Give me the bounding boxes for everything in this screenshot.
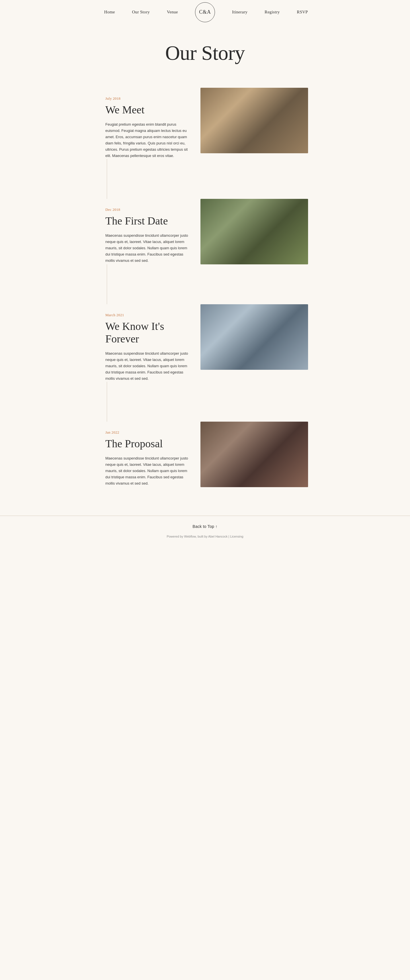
story-heading-4: The Proposal — [105, 438, 189, 450]
nav-link-rsvp[interactable]: RSVP — [297, 10, 308, 14]
story-image-3 — [200, 304, 308, 370]
story-body-3: Maecenas suspendisse tincidunt ullamcorp… — [105, 350, 189, 382]
story-text-2: Dec 2018 The First Date Maecenas suspend… — [105, 199, 189, 264]
story-text-4: Jan 2022 The Proposal Maecenas suspendis… — [105, 422, 189, 487]
story-text-1: July 2018 We Meet Feugiat pretium egesta… — [105, 88, 189, 159]
story-entry-1: July 2018 We Meet Feugiat pretium egesta… — [105, 88, 305, 159]
story-date-4: Jan 2022 — [105, 430, 189, 435]
story-entry-2: Dec 2018 The First Date Maecenas suspend… — [105, 199, 305, 264]
story-image-4 — [200, 422, 308, 487]
story-heading-1: We Meet — [105, 104, 189, 116]
story-body-2: Maecenas suspendisse tincidunt ullamcorp… — [105, 232, 189, 264]
navigation: Home Our Story Venue C&A Itinerary Regis… — [0, 0, 410, 24]
nav-link-registry[interactable]: Registry — [264, 10, 280, 14]
footer-credit: Powered by Webflow, built by Abel Hancoc… — [0, 535, 410, 546]
story-divider-1 — [105, 159, 305, 199]
nav-link-our-story[interactable]: Our Story — [132, 10, 150, 14]
story-image-2 — [200, 199, 308, 264]
story-body-4: Maecenas suspendisse tincidunt ullamcorp… — [105, 455, 189, 487]
footer: Back to Top ↑ Powered by Webflow, built … — [0, 515, 410, 546]
story-date-1: July 2018 — [105, 96, 189, 101]
nav-link-venue[interactable]: Venue — [167, 10, 178, 14]
logo[interactable]: C&A — [195, 2, 215, 22]
story-photo-2 — [200, 199, 308, 264]
back-to-top-link[interactable]: Back to Top ↑ — [192, 524, 217, 529]
story-heading-3: We Know It's Forever — [105, 320, 189, 345]
story-divider-2 — [105, 264, 305, 304]
story-text-3: March 2021 We Know It's Forever Maecenas… — [105, 304, 189, 382]
story-date-2: Dec 2018 — [105, 207, 189, 212]
story-photo-3 — [200, 304, 308, 370]
nav-left: Home Our Story Venue — [17, 10, 195, 14]
story-entry-4: Jan 2022 The Proposal Maecenas suspendis… — [105, 422, 305, 487]
logo-text: C&A — [199, 9, 211, 15]
story-heading-2: The First Date — [105, 215, 189, 228]
nav-link-home[interactable]: Home — [104, 10, 115, 14]
story-photo-1 — [200, 88, 308, 153]
story-date-3: March 2021 — [105, 313, 189, 317]
story-container: July 2018 We Meet Feugiat pretium egesta… — [94, 88, 316, 487]
page-title-section: Our Story — [0, 24, 410, 88]
back-to-top-section: Back to Top ↑ — [0, 516, 410, 535]
nav-right: Itinerary Registry RSVP — [215, 10, 393, 14]
page-title: Our Story — [0, 41, 410, 65]
story-body-1: Feugiat pretium egestas enim blandit pur… — [105, 121, 189, 159]
story-photo-4 — [200, 422, 308, 487]
story-entry-3: March 2021 We Know It's Forever Maecenas… — [105, 304, 305, 382]
story-divider-3 — [105, 382, 305, 422]
story-image-1 — [200, 88, 308, 153]
nav-link-itinerary[interactable]: Itinerary — [232, 10, 248, 14]
